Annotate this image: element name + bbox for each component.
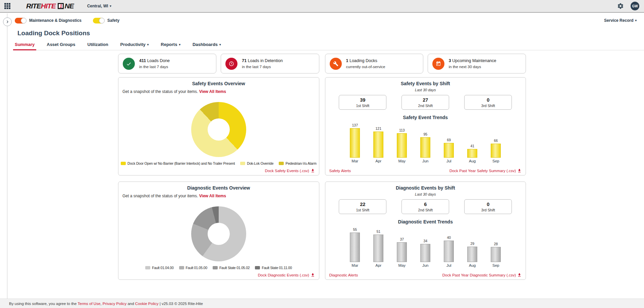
shift-card-3rd: 0 3rd Shift [464,95,512,110]
stats-row-right: 1 Loading Docks currently out-of-service… [325,54,526,73]
toggle-knob [21,18,26,23]
bar [491,144,501,158]
bar-column: 121Apr [367,122,390,164]
diagnostic-events-by-shift-panel: Diagnostic Events by Shift Last 30 days … [325,182,526,280]
legend-swatch-icon [240,162,245,165]
terms-of-use-link[interactable]: Terms of Use [78,302,101,306]
safety-alerts-link[interactable]: Safety Alerts [329,169,351,173]
safety-events-by-shift-panel: Safety Events by Shift Last 30 days 39 1… [325,77,526,175]
footer: By using this software, you agree to the… [0,299,644,308]
dock-diagnostic-events-csv-link[interactable]: Dock Diagnostic Events (.csv) [258,273,315,277]
view-all-items-link[interactable]: View All Items [199,194,226,198]
bar-category-label: Aug [469,159,476,164]
gear-icon [617,3,624,9]
stat-card-upcoming-maintenance: 3 Upcoming Maintenance in the next 30 da… [428,54,526,73]
safety-toggle[interactable] [93,18,104,23]
panel-title: Safety Events Overview [122,81,315,86]
location-label: Central, WI [87,4,108,8]
bar [467,247,477,262]
bar [373,235,383,262]
app-grid-button[interactable] [3,2,11,10]
bar-value-label: 55 [353,227,357,232]
left-column: 411 Loads Done in the last 7 days 71 Loa… [118,54,319,280]
bar-value-label: 137 [352,123,358,127]
topbar-right: GW [617,2,639,10]
stat-card-loads-done: 411 Loads Done in the last 7 days [118,54,216,73]
stat-card-loads-in-detention: 71 Loads in Detention in the last 7 days [221,54,319,73]
bar-category-label: Apr [375,159,381,164]
download-icon [517,168,522,173]
panel-subtitle: Last 30 days [329,88,522,92]
bar-category-label: May [398,263,406,268]
user-avatar[interactable]: GW [631,2,639,10]
bar-value-label: 29 [470,242,474,246]
download-icon [311,273,315,277]
bar-column: 51Apr [367,226,390,268]
bar-value-label: 41 [470,144,474,148]
logo-one-box: 1 [58,3,64,9]
panel-title: Safety Events by Shift [329,81,522,86]
page-title: Loading Dock Positions [17,30,644,37]
tab-asset-groups[interactable]: Asset Groups [47,42,75,47]
bar [350,128,360,158]
right-column: 1 Loading Docks currently out-of-service… [325,54,526,280]
bar-column: 29Aug [461,226,484,268]
shift-card-1st: 22 1st Shift [339,199,386,214]
legend-item: Pedestrian-Vu Alarm [279,161,316,165]
shift-card-2nd: 27 2nd Shift [401,95,449,110]
clock-icon [225,58,237,70]
diagnostic-donut-legend: Fault 01.04.00Fault 01.05.00Fault State … [122,266,315,270]
toggle-label: Maintenance & Diagnostics [29,18,82,23]
bar-value-label: 113 [399,128,405,132]
legend-swatch-icon [213,266,218,269]
bar [397,133,407,158]
bar [444,241,454,262]
privacy-policy-link[interactable]: Privacy Policy [103,302,127,306]
bar [444,143,454,158]
chevron-down-icon: ▾ [219,43,221,46]
tab-dashboards[interactable]: Dashboards▾ [193,42,221,47]
safety-event-trends-chart: 137Mar121Apr113May95Jun69Jul41Aug66Sep [329,122,522,164]
bar-value-label: 95 [423,132,427,136]
dock-safety-events-csv-link[interactable]: Dock Safety Events (.csv) [265,168,315,173]
tab-summary[interactable]: Summary [15,42,35,47]
location-dropdown[interactable]: Central, WI ▾ [87,4,111,8]
service-record-dropdown[interactable]: Service Record ▾ [604,18,637,23]
bar-category-label: Apr [375,263,381,268]
sidebar-expand-button[interactable] [3,17,12,26]
bar [350,233,360,262]
tab-productivity[interactable]: Productivity▾ [120,42,149,47]
stat-label: Loads Done [147,58,170,63]
bar-column: 40Jul [437,226,461,268]
stat-label: Loads in Detention [248,58,283,63]
footer-version: | v25.03 © 2025 Rite-Hite [159,302,203,306]
stat-card-loading-docks-oos: 1 Loading Docks currently out-of-service [325,54,423,73]
bar [397,242,407,262]
legend-item: Fault 01.04.00 [145,266,173,270]
tab-reports[interactable]: Reports▾ [161,42,180,47]
toggle-knob [99,18,105,23]
tab-utilization[interactable]: Utilization [88,42,108,47]
bar-category-label: Mar [352,263,358,268]
maintenance-diagnostics-toggle[interactable] [15,18,26,23]
bar [467,149,477,158]
settings-button[interactable] [617,3,624,9]
chart-title: Diagnostic Event Trends [329,219,522,224]
safety-summary-csv-link[interactable]: Dock Past Year Safety Summary (.csv) [449,168,522,173]
view-all-items-link[interactable]: View All Items [199,89,226,94]
legend-label: Fault 01.04.00 [152,266,173,270]
cookie-policy-link[interactable]: Cookie Policy [135,302,159,306]
panel-description: Get a snapshot of the status of your ite… [122,89,198,94]
shift-card-3rd: 0 3rd Shift [464,199,512,214]
sidebar-divider [7,13,7,299]
diagnostic-alerts-link[interactable]: Diagnostic Alerts [329,273,358,277]
toolbar: Maintenance & Diagnostics Safety Service… [0,17,644,24]
diagnostic-summary-csv-link[interactable]: Dock Past Year Diagnostic Summary (.csv) [442,273,522,277]
bar-column: 34Jun [414,226,437,268]
legend-label: Dok-Lok Override [247,161,273,165]
stats-row-left: 411 Loads Done in the last 7 days 71 Loa… [118,54,319,73]
diagnostic-event-trends-chart: 55Mar51Apr37May34Jun40Jul29Aug28Sep [329,226,522,268]
safety-donut-legend: Dock Door Open w/ No Barrier (Barrier In… [122,161,315,165]
toggle-label: Safety [107,18,119,23]
legend-swatch-icon [145,266,150,269]
